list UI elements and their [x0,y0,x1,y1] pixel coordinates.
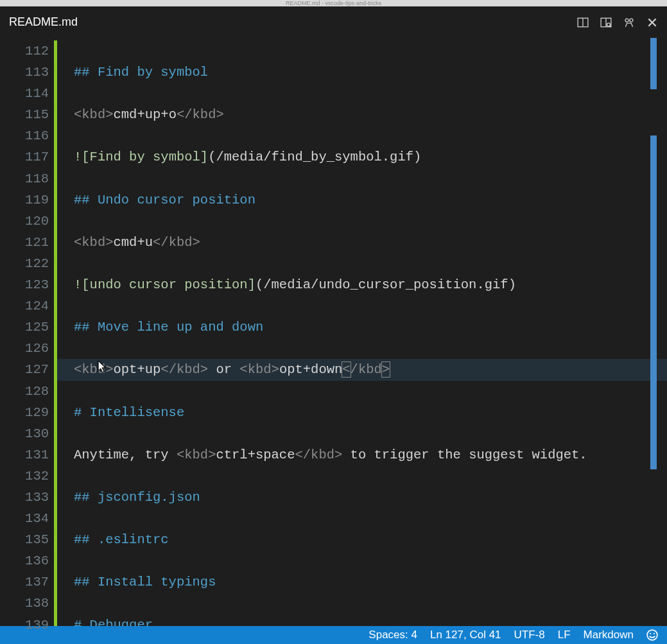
status-eol[interactable]: LF [558,629,571,641]
syntax-token: # Intellisense [74,405,184,420]
syntax-token: </kbd> [153,235,200,250]
syntax-token: Find by symbol [90,150,200,164]
line-number: 127 [0,359,49,380]
syntax-token: /kbd [351,362,382,377]
code-line[interactable] [74,423,667,444]
line-number: 136 [0,550,49,571]
line-number: 123 [0,274,49,295]
line-number: 126 [0,338,49,359]
syntax-token: # Debugger [74,618,153,626]
code-line[interactable]: ## jsconfig.json [74,487,667,508]
status-bar: Spaces: 4 Ln 127, Col 41 UTF-8 LF Markdo… [0,626,667,644]
code-line[interactable]: ## Move line up and down [74,317,667,338]
code-line[interactable]: # Debugger [74,614,667,626]
syntax-token: <kbd> [74,107,114,122]
syntax-token: ] [248,277,256,292]
code-line[interactable] [74,168,667,189]
code-line[interactable]: ![undo cursor position](/media/undo_curs… [74,274,667,295]
code-line[interactable]: <kbd>cmd+u</kbd> [74,232,667,253]
split-editor-icon[interactable] [577,17,589,28]
line-number: 121 [0,232,49,253]
line-number: 125 [0,317,49,338]
code-line[interactable] [74,83,667,104]
status-encoding[interactable]: UTF-8 [514,629,545,641]
code-line[interactable] [74,593,667,614]
syntax-token: < [342,361,351,378]
line-number: 118 [0,168,49,189]
line-number: 120 [0,211,49,232]
code-line[interactable] [74,550,667,571]
syntax-token: </kbd> [177,107,224,122]
syntax-token: ## Undo cursor position [74,193,256,207]
syntax-token: cmd+u [114,235,153,250]
svg-point-12 [654,633,655,634]
code-line[interactable]: ## Install typings [74,571,667,593]
line-number: 113 [0,62,49,83]
code-line[interactable]: ## .eslintrc [74,529,667,550]
status-indent[interactable]: Spaces: 4 [368,629,417,641]
syntax-token: ## .eslintrc [74,532,169,547]
syntax-token: <kbd> [177,448,216,462]
syntax-token: <kbd> [239,362,279,377]
line-number: 129 [0,402,49,423]
syntax-token: ![ [74,150,90,164]
syntax-token: ## Install typings [74,575,216,589]
code-line[interactable] [74,40,667,62]
syntax-token: <kbd> [74,362,114,377]
syntax-token: ## jsconfig.json [74,490,200,505]
open-preview-icon[interactable] [600,17,612,28]
line-number: 122 [0,253,49,274]
code-line[interactable] [74,381,667,402]
status-language[interactable]: Markdown [584,629,634,641]
code-line[interactable]: <kbd>cmd+up+o</kbd> [74,104,667,125]
line-number: 128 [0,381,49,402]
editor-tab-bar: README.md [0,6,667,38]
code-line[interactable]: ![Find by symbol](/media/find_by_symbol.… [74,146,667,168]
syntax-token: Anytime, try [74,448,177,462]
line-number: 117 [0,146,49,168]
window-title: README.md - vscode-tips-and-tricks [286,0,381,6]
syntax-token: to trigger the suggest widget. [342,448,587,462]
code-line[interactable]: ## Find by symbol [74,62,667,83]
line-number: 131 [0,444,49,466]
code-line[interactable] [74,211,667,232]
syntax-token: ## Find by symbol [74,65,208,80]
editor-actions-group [577,17,658,28]
line-number: 139 [0,614,49,636]
code-line[interactable]: # Intellisense [74,402,667,423]
syntax-token: opt+up [114,362,161,377]
close-editor-icon[interactable] [646,17,658,28]
window-chrome-top: README.md - vscode-tips-and-tricks [0,0,667,6]
line-number: 114 [0,83,49,104]
more-actions-icon[interactable] [623,17,635,28]
code-line[interactable] [74,466,667,487]
syntax-token: > [381,361,390,378]
svg-point-10 [647,630,657,640]
line-number: 133 [0,487,49,508]
code-line[interactable] [74,253,667,274]
code-content[interactable]: ## Find by symbol<kbd>cmd+up+o</kbd>![Fi… [57,38,667,626]
svg-point-6 [625,19,628,22]
code-line[interactable] [74,508,667,529]
line-number: 112 [0,40,49,62]
syntax-token: </kbd> [295,448,342,462]
active-tab-filename[interactable]: README.md [9,15,78,29]
syntax-token: ctrl+space [216,448,295,462]
vertical-scrollbar[interactable] [657,38,667,626]
editor-area[interactable]: 1121131141151161171181191201211221231241… [0,38,667,626]
line-number: 116 [0,125,49,146]
code-line[interactable] [74,125,667,146]
syntax-token: </kbd> [160,362,208,377]
syntax-token: cmd+up+o [114,107,177,122]
syntax-token: (/media/find_by_symbol.gif) [208,150,421,164]
code-line[interactable]: Anytime, try <kbd>ctrl+space</kbd> to tr… [74,444,667,466]
syntax-token: ## Move line up and down [74,320,263,335]
line-number: 115 [0,104,49,125]
status-cursor-position[interactable]: Ln 127, Col 41 [430,629,501,641]
code-line[interactable]: ## Undo cursor position [74,189,667,211]
code-line[interactable] [74,338,667,359]
code-line[interactable] [74,295,667,317]
feedback-smiley-icon[interactable] [646,629,658,641]
syntax-token: undo cursor position [90,277,248,292]
code-line[interactable]: <kbd>opt+up</kbd> or <kbd>opt+down</kbd> [57,359,667,380]
